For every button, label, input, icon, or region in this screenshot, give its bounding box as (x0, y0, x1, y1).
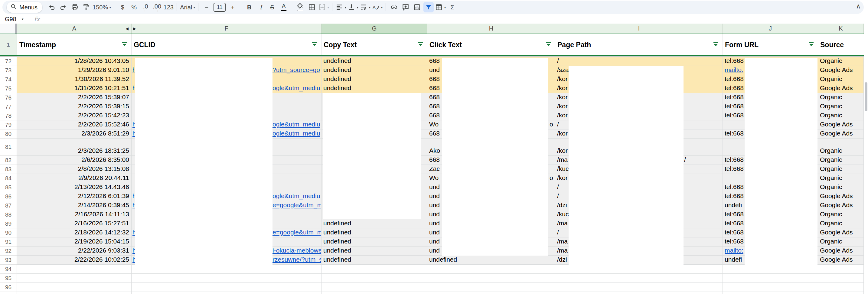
cell-G75[interactable]: undefined (321, 84, 427, 93)
cell-K89[interactable]: Organic (818, 219, 864, 228)
cell-K[interactable] (818, 292, 864, 294)
cell-K95[interactable] (818, 274, 864, 283)
gclid-link-stub[interactable]: ht (132, 193, 135, 200)
cell-K78[interactable]: Organic (818, 111, 864, 120)
cell-J[interactable] (723, 292, 818, 294)
row-header-88[interactable]: 88 (0, 210, 17, 219)
row-header-84[interactable]: 84 (0, 174, 17, 183)
cell-A93[interactable]: 2/22/2026 10:02:25 (17, 256, 131, 265)
cell-I96[interactable] (555, 283, 723, 292)
cell-K79[interactable]: Google Ads (818, 120, 864, 129)
cell-A90[interactable]: 2/18/2026 14:12:32 (17, 228, 131, 237)
cell-A82[interactable]: 2/6/2026 8:35:00 (17, 156, 131, 165)
cell-K96[interactable] (818, 283, 864, 292)
cell-G90[interactable]: undefined (321, 228, 427, 237)
row-header-77[interactable]: 77 (0, 102, 17, 111)
row-header-85[interactable]: 85 (0, 183, 17, 192)
vertical-scrollbar-track[interactable] (864, 24, 868, 294)
cell-A72[interactable]: 1/28/2026 10:43:05 (17, 57, 131, 66)
cell-K86[interactable]: Google Ads (818, 192, 864, 201)
cell-A94[interactable] (17, 265, 131, 274)
cell-K77[interactable]: Organic (818, 102, 864, 111)
cell-K91[interactable]: Organic (818, 237, 864, 246)
cell-F95[interactable] (131, 274, 321, 283)
row-header-75[interactable]: 75 (0, 84, 17, 93)
cell-G74[interactable]: undefined (321, 75, 427, 84)
gclid-link-fragment[interactable]: ogle&utm_mediu (273, 84, 320, 92)
gclid-link-fragment[interactable]: i-okucia-meblowe/ (273, 247, 321, 254)
gclid-link-fragment[interactable]: rzesuwne/?utm_sc (273, 256, 321, 263)
cell-K75[interactable]: Google Ads (818, 84, 864, 93)
gclid-link-stub[interactable]: ht (132, 247, 135, 254)
row-header-72[interactable]: 72 (0, 57, 17, 66)
row-header-83[interactable]: 83 (0, 165, 17, 174)
row-header-94[interactable]: 94 (0, 265, 17, 274)
row-header-93[interactable]: 93 (0, 256, 17, 265)
gclid-link-fragment[interactable]: ogle&utm_mediu (273, 130, 320, 137)
cell-G96[interactable] (321, 283, 427, 292)
cell-K87[interactable]: Google Ads (818, 201, 864, 210)
row-header-91[interactable]: 91 (0, 237, 17, 246)
gclid-link-fragment[interactable]: ogle&utm_mediu (273, 193, 320, 200)
gclid-link-stub[interactable]: ht (132, 256, 135, 263)
cell-A96[interactable] (17, 283, 131, 292)
cell-K82[interactable]: Organic (818, 156, 864, 165)
cell-I95[interactable] (555, 274, 723, 283)
gclid-link-fragment[interactable]: e=google&utm_me (273, 201, 321, 209)
cell-A91[interactable]: 2/19/2026 15:04:15 (17, 237, 131, 246)
cell-A73[interactable]: 1/29/2026 9:01:10 (17, 66, 131, 75)
cell-K88[interactable]: Organic (818, 210, 864, 219)
cell-G72[interactable]: undefined (321, 57, 427, 66)
cell-K85[interactable]: Organic (818, 183, 864, 192)
cell-A77[interactable]: 2/2/2026 15:39:15 (17, 102, 131, 111)
cell-F94[interactable] (131, 265, 321, 274)
form-url-link[interactable]: mailto: (723, 247, 743, 255)
cell-A89[interactable]: 2/16/2026 15:27:51 (17, 219, 131, 228)
gclid-link-stub[interactable]: ht (132, 66, 135, 74)
cell-A86[interactable]: 2/12/2026 6:01:39 (17, 192, 131, 201)
cell-K73[interactable]: Google Ads (818, 66, 864, 75)
cell-A83[interactable]: 2/8/2026 13:15:08 (17, 165, 131, 174)
row-header-74[interactable]: 74 (0, 75, 17, 84)
hidden-columns-left-icon[interactable]: ◀ (125, 24, 128, 34)
row-header-[interactable] (0, 292, 17, 294)
cell-A84[interactable]: 2/9/2026 20:44:11 (17, 174, 131, 183)
row-header-81[interactable]: 81 (0, 139, 17, 156)
cell-G92[interactable]: undefined (321, 246, 427, 256)
row-header-95[interactable]: 95 (0, 274, 17, 283)
cell-G94[interactable] (321, 265, 427, 274)
cell-I72[interactable]: / (555, 57, 723, 66)
gclid-link-fragment[interactable]: ogle&utm_mediu (273, 121, 320, 128)
gclid-link-stub[interactable]: ht (132, 84, 135, 92)
row-header-79[interactable]: 79 (0, 120, 17, 129)
cell-K93[interactable]: Google Ads (818, 256, 864, 265)
cell-K83[interactable]: Organic (818, 165, 864, 174)
gclid-link-stub[interactable]: ht (132, 121, 135, 128)
cell-A75[interactable]: 1/31/2026 10:21:51 (17, 84, 131, 93)
cell-K81[interactable]: Organic (818, 139, 864, 156)
cell-G[interactable] (321, 292, 427, 294)
cell-K74[interactable]: Organic (818, 75, 864, 84)
cell-A87[interactable]: 2/14/2026 0:39:45 (17, 201, 131, 210)
row-header-90[interactable]: 90 (0, 228, 17, 237)
cell-J95[interactable] (723, 274, 818, 283)
cell-A92[interactable]: 2/22/2026 9:03:31 (17, 246, 131, 256)
row-header-89[interactable]: 89 (0, 219, 17, 228)
cell-F96[interactable] (131, 283, 321, 292)
cell-H[interactable] (427, 292, 555, 294)
cell-A88[interactable]: 2/16/2026 14:11:13 (17, 210, 131, 219)
row-header-82[interactable]: 82 (0, 156, 17, 165)
cell-K92[interactable]: Google Ads (818, 246, 864, 256)
cell-K80[interactable]: Google Ads (818, 129, 864, 139)
cell-J94[interactable] (723, 265, 818, 274)
gclid-link-stub[interactable]: ht (132, 229, 135, 236)
cell-H95[interactable] (427, 274, 555, 283)
cell-H96[interactable] (427, 283, 555, 292)
row-header-96[interactable]: 96 (0, 283, 17, 292)
row-header-86[interactable]: 86 (0, 192, 17, 201)
cell-A81[interactable]: 2/3/2026 18:31:25 (17, 139, 131, 156)
gclid-link-stub[interactable]: ht (132, 130, 135, 137)
cell-H94[interactable] (427, 265, 555, 274)
cell-G95[interactable] (321, 274, 427, 283)
cell-G91[interactable]: undefined (321, 237, 427, 246)
